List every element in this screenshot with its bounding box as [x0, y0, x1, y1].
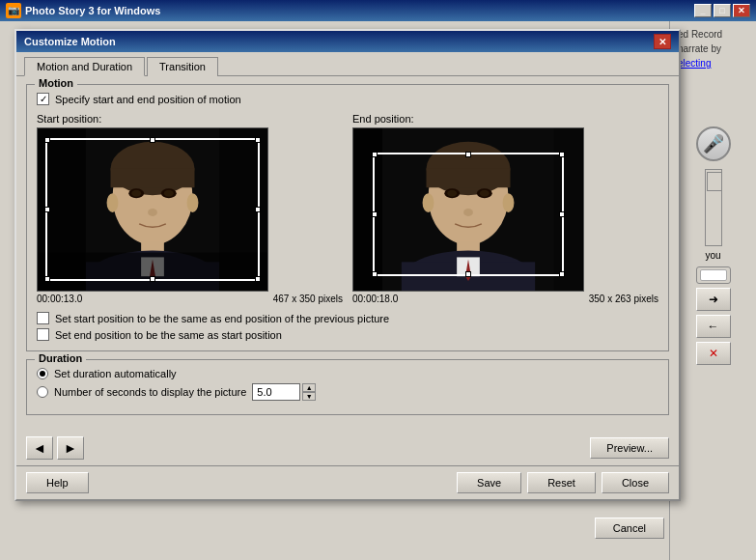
svg-point-14 [107, 193, 119, 212]
start-image-info: 00:00:13.0 467 x 350 pixels [37, 294, 343, 304]
right-arrow-button[interactable]: ➜ [696, 288, 731, 311]
svg-point-13 [148, 209, 157, 216]
start-portrait [38, 128, 267, 291]
start-size: 467 x 350 pixels [273, 294, 343, 304]
dialog-content: Motion Specify start and end position of… [16, 76, 679, 431]
tab-motion-duration[interactable]: Motion and Duration [24, 57, 145, 76]
image-panels: Start position: [37, 113, 658, 304]
specify-checkbox[interactable] [37, 93, 49, 105]
svg-point-34 [503, 193, 515, 212]
motion-group: Motion Specify start and end position of… [26, 84, 669, 351]
svg-point-31 [480, 190, 490, 197]
end-time: 00:00:18.0 [352, 294, 398, 304]
footer-spacer [95, 472, 451, 493]
motion-group-label: Motion [35, 77, 77, 89]
same-as-start-row: Set end position to be the same as start… [37, 328, 658, 341]
duration-group-label: Duration [35, 352, 86, 364]
window-controls: _ □ ✕ [694, 4, 750, 17]
next-button[interactable]: ► [57, 436, 84, 460]
tab-transition[interactable]: Transition [147, 57, 218, 76]
auto-duration-row: Set duration automatically [37, 368, 658, 379]
same-as-start-label: Set end position to be the same as start… [55, 329, 282, 341]
end-portrait [353, 128, 583, 291]
svg-rect-36 [554, 128, 583, 291]
svg-rect-35 [353, 128, 382, 291]
start-image-container[interactable] [37, 127, 268, 292]
x-button[interactable]: ✕ [696, 342, 731, 365]
dialog-footer: Help Save Reset Close [16, 465, 679, 499]
svg-point-32 [463, 209, 473, 216]
svg-point-30 [447, 190, 457, 197]
right-panel-text1: ed Record [678, 29, 748, 40]
dialog-title-text: Customize Motion [24, 36, 116, 47]
scroll-thumb [707, 172, 722, 191]
start-time: 00:00:13.0 [37, 294, 82, 304]
nav-buttons: ◄ ► [26, 436, 84, 460]
spin-down[interactable]: ▼ [302, 392, 316, 401]
end-image-info: 00:00:18.0 350 x 263 pixels [352, 294, 658, 304]
specify-checkbox-row: Specify start and end position of motion [37, 93, 658, 105]
tab-bar: Motion and Duration Transition [16, 52, 679, 76]
seconds-spinner: ▲ ▼ [302, 383, 316, 401]
close-button[interactable]: Close [602, 472, 669, 493]
customize-motion-dialog: Customize Motion ✕ Motion and Duration T… [14, 29, 681, 501]
reset-button[interactable]: Reset [527, 472, 596, 493]
svg-point-33 [423, 193, 434, 212]
same-as-prev-label: Set start position to be the same as end… [55, 313, 389, 324]
manual-duration-label: Number of seconds to display the picture [54, 386, 246, 398]
same-as-prev-checkbox[interactable] [37, 312, 49, 324]
bg-window-title-text: Photo Story 3 for Windows [25, 5, 160, 16]
save-button[interactable]: Save [457, 472, 521, 493]
svg-rect-3 [111, 169, 195, 188]
right-panel: ed Record narrate by electing 🎤 you ➜ ← … [669, 21, 756, 560]
auto-duration-radio[interactable] [37, 368, 48, 379]
start-position-panel: Start position: [37, 113, 343, 304]
svg-point-15 [187, 193, 199, 212]
seconds-input[interactable] [252, 383, 300, 401]
dialog-close-button[interactable]: ✕ [654, 34, 671, 49]
you-text: you [678, 250, 748, 261]
scroll-bar[interactable] [705, 169, 722, 246]
manual-duration-row: Number of seconds to display the picture… [37, 383, 658, 401]
left-arrow-button[interactable]: ← [696, 315, 731, 338]
svg-rect-18 [38, 252, 266, 291]
dialog-title-bar: Customize Motion ✕ [16, 31, 679, 52]
right-panel-link[interactable]: electing [678, 58, 748, 69]
end-position-panel: End position: [352, 113, 658, 304]
help-button[interactable]: Help [26, 472, 89, 493]
prev-button[interactable]: ◄ [26, 436, 53, 460]
same-as-prev-row: Set start position to be the same as end… [37, 312, 658, 324]
app-icon: 📷 [6, 3, 21, 18]
specify-checkbox-label: Specify start and end position of motion [55, 94, 241, 105]
auto-duration-label: Set duration automatically [54, 368, 177, 379]
preview-button[interactable]: Preview... [590, 437, 669, 459]
cancel-button[interactable]: Cancel [595, 518, 664, 539]
right-panel-text2: narrate by [678, 43, 748, 54]
start-label: Start position: [37, 113, 343, 125]
duration-group: Duration Set duration automatically Numb… [26, 359, 669, 415]
minimize-button[interactable]: _ [694, 4, 712, 17]
scroll-inner [700, 269, 727, 281]
end-label: End position: [352, 113, 658, 125]
svg-point-11 [131, 190, 141, 197]
dialog-bottom-bar: ◄ ► Preview... [16, 431, 679, 465]
maximize-button[interactable]: □ [714, 4, 731, 17]
close-window-button[interactable]: ✕ [733, 4, 750, 17]
bg-window-title-bar: 📷 Photo Story 3 for Windows _ □ ✕ [0, 0, 756, 21]
spin-up[interactable]: ▲ [302, 383, 316, 392]
same-as-start-checkbox[interactable] [37, 328, 49, 341]
end-size: 350 x 263 pixels [589, 294, 658, 304]
svg-point-12 [164, 190, 174, 197]
microphone-button[interactable]: 🎤 [696, 126, 731, 161]
scroll-box [696, 266, 731, 284]
end-image-container[interactable] [352, 127, 584, 292]
svg-rect-22 [427, 169, 511, 188]
manual-duration-radio[interactable] [37, 386, 48, 398]
